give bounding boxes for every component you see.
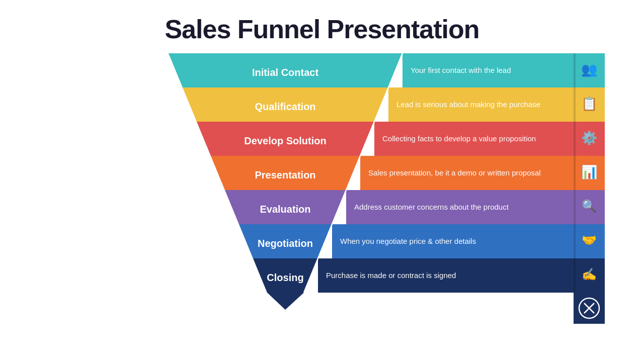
funnel-svg: Initial Contact Your first contact with … (60, 53, 614, 327)
page-title: Sales Funnel Presentation (0, 0, 644, 53)
funnel-label-4: Presentation (255, 169, 315, 180)
funnel-label-5: Evaluation (260, 204, 310, 215)
funnel-desc-3: Collecting facts to develop a value prop… (378, 124, 564, 154)
icon-6: 🤝 (582, 233, 597, 247)
funnel-tip (267, 293, 304, 310)
icon-5: 🔍 (582, 199, 597, 213)
funnel-desc-6: When you negotiate price & other details (336, 226, 564, 256)
funnel-label-3: Develop Solution (244, 135, 326, 146)
funnel-desc-4: Sales presentation, be it a demo or writ… (364, 158, 564, 188)
funnel-label-2: Qualification (255, 101, 315, 112)
funnel-desc-5: Address customer concerns about the prod… (350, 192, 564, 222)
funnel-label-7: Closing (267, 272, 303, 283)
funnel-desc-7: Purchase is made or contract is signed (322, 260, 564, 291)
funnel-label-6: Negotiation (258, 238, 313, 249)
icon-7: ✍️ (582, 267, 597, 282)
icon-4: 📊 (581, 164, 598, 180)
funnel-label-1: Initial Contact (252, 67, 319, 78)
icon-1: 👥 (581, 61, 598, 77)
funnel-container: Initial Contact Your first contact with … (30, 53, 644, 327)
funnel-desc-2: Lead is serious about making the purchas… (392, 89, 564, 120)
shadow-bar (574, 53, 576, 293)
funnel-desc-1: Your first contact with the lead (407, 55, 568, 85)
icon-3: ⚙️ (581, 130, 598, 146)
icon-2: 📋 (581, 96, 598, 112)
